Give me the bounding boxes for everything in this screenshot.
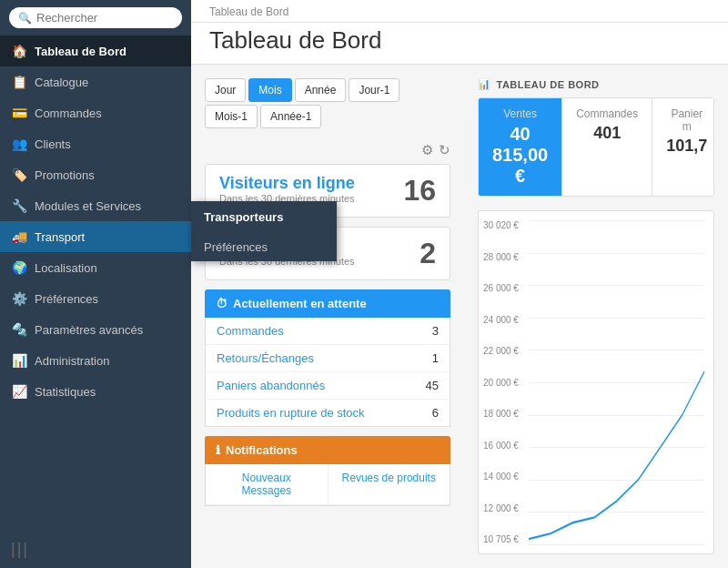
submenu-item-preferences[interactable]: Préférences (191, 233, 337, 261)
notifications-icon: ℹ (216, 443, 220, 457)
notifications-row: Nouveaux Messages Revues de produits (206, 464, 450, 505)
y-label-10: 10 705 € (483, 534, 519, 544)
preferences-icon: ⚙️ (11, 291, 27, 306)
sidebar-item-catalogue[interactable]: 📋 Catalogue (0, 66, 191, 97)
sidebar-label: Tableau de Bord (35, 45, 126, 58)
sidebar-label: Localisation (35, 261, 97, 275)
notif-reviews[interactable]: Revues de produits (329, 464, 450, 504)
sidebar-label: Modules et Services (35, 199, 141, 213)
sidebar-item-modules[interactable]: 🔧 Modules et Services (0, 190, 191, 221)
page-title-bar: Tableau de Bord (191, 23, 728, 65)
sidebar-label: Catalogue (35, 76, 88, 89)
sidebar-label: Promotions (35, 168, 95, 182)
tab-jour-1[interactable]: Jour-1 (349, 78, 399, 102)
tab-mois-1[interactable]: Mois-1 (205, 105, 258, 128)
tableau-bord-label: TABLEAU DE BORD (497, 79, 600, 90)
sidebar-item-preferences[interactable]: ⚙️ Préférences (0, 283, 191, 314)
sidebar-item-statistiques[interactable]: 📈 Statistiques (0, 376, 191, 407)
sidebar-item-promotions[interactable]: 🏷️ Promotions (0, 159, 191, 190)
kpi-commandes-label: Commandes (576, 107, 638, 120)
period-tabs: Jour Mois Année Jour-1 Mois-1 Année-1 (205, 78, 450, 128)
y-label-4: 22 000 € (483, 346, 519, 356)
kpi-panier[interactable]: Panier m 101,7 (652, 98, 714, 196)
chart-svg (529, 220, 704, 544)
footer-icon: ||| (11, 540, 29, 558)
search-input[interactable] (36, 11, 173, 25)
notifications-header: ℹ Notifications (205, 436, 450, 464)
administration-icon: 📊 (11, 353, 27, 368)
sidebar-label: Commandes (35, 106, 102, 120)
chart-area: 30 020 € 28 000 € 26 000 € 24 000 € 22 0… (478, 210, 714, 554)
left-panel: Jour Mois Année Jour-1 Mois-1 Année-1 ⚙ … (191, 65, 464, 568)
sidebar-item-parametres[interactable]: 🔩 Paramètres avancés (0, 314, 191, 345)
sidebar-label: Paramètres avancés (35, 323, 143, 337)
tab-mois[interactable]: Mois (248, 78, 291, 102)
sidebar-label: Préférences (35, 292, 98, 306)
pending-row-retours[interactable]: Retours/Échanges 1 (206, 345, 450, 372)
search-icon: 🔍 (18, 12, 32, 25)
y-label-8: 14 000 € (483, 472, 519, 482)
sidebar-item-transport[interactable]: 🚚 Transport (0, 221, 191, 252)
sidebar-item-administration[interactable]: 📊 Administration (0, 345, 191, 376)
carts-value: 2 (420, 237, 436, 270)
parametres-icon: 🔩 (11, 322, 27, 337)
kpi-row: Ventes 40 815,00 € Commandes 401 Panier … (478, 97, 714, 197)
localisation-icon: 🌍 (11, 260, 27, 275)
chart-icon: 📊 (478, 78, 491, 90)
y-label-6: 18 000 € (483, 409, 519, 419)
pending-header: ⏱ Actuellement en attente (205, 289, 450, 318)
sidebar-item-tableau-de-bord[interactable]: 🏠 Tableau de Bord (0, 36, 191, 66)
y-label-9: 12 000 € (483, 503, 519, 513)
sidebar-item-clients[interactable]: 👥 Clients (0, 128, 191, 159)
sidebar-label: Clients (35, 137, 71, 151)
statistiques-icon: 📈 (11, 384, 27, 399)
visitors-value: 16 (403, 174, 436, 208)
kpi-panier-value: 101,7 (666, 137, 707, 156)
right-panel: 📊 TABLEAU DE BORD Ventes 40 815,00 € Com… (464, 65, 728, 568)
y-label-0: 30 020 € (483, 220, 519, 230)
tab-jour[interactable]: Jour (205, 78, 246, 102)
kpi-ventes-value: 40 815,00 € (492, 124, 548, 187)
refresh-icon[interactable]: ↻ (439, 142, 450, 158)
sidebar-item-commandes[interactable]: 💳 Commandes (0, 97, 191, 128)
notifications-table: Nouveaux Messages Revues de produits (205, 464, 450, 506)
y-label-1: 28 000 € (483, 252, 519, 262)
pending-row-paniers[interactable]: Paniers abandonnés 45 (206, 372, 450, 400)
page-title: Tableau de Bord (209, 26, 710, 55)
transport-submenu: Transporteurs Préférences (191, 201, 337, 261)
sidebar: 🔍 🏠 Tableau de Bord 📋 Catalogue 💳 Comman… (0, 0, 191, 568)
sidebar-label: Statistiques (35, 385, 96, 399)
pending-row-commandes[interactable]: Commandes 3 (206, 318, 450, 345)
y-label-5: 20 000 € (483, 378, 519, 388)
notif-messages[interactable]: Nouveaux Messages (206, 464, 329, 504)
tab-annee[interactable]: Année (295, 78, 347, 102)
catalogue-icon: 📋 (11, 75, 27, 89)
pending-icon: ⏱ (216, 297, 228, 310)
settings-icon[interactable]: ⚙ (421, 142, 433, 158)
content-area: Jour Mois Année Jour-1 Mois-1 Année-1 ⚙ … (191, 65, 728, 568)
search-input-wrap: 🔍 (9, 7, 182, 28)
tableau-bord-header: 📊 TABLEAU DE BORD (478, 78, 714, 90)
sidebar-item-localisation[interactable]: 🌍 Localisation (0, 252, 191, 283)
kpi-panier-label: Panier m (666, 107, 707, 133)
pending-label: Actuellement en attente (233, 297, 367, 310)
y-label-2: 26 000 € (483, 283, 519, 293)
sidebar-label: Transport (35, 230, 85, 244)
clients-icon: 👥 (11, 137, 27, 151)
transport-icon: 🚚 (11, 229, 27, 244)
kpi-ventes[interactable]: Ventes 40 815,00 € (479, 98, 562, 196)
modules-icon: 🔧 (11, 198, 27, 213)
tab-annee-1[interactable]: Année-1 (260, 105, 321, 128)
pending-table: Commandes 3 Retours/Échanges 1 Paniers a… (205, 318, 450, 427)
kpi-commandes[interactable]: Commandes 401 (562, 98, 652, 196)
chart-grid (529, 220, 704, 544)
y-label-7: 16 000 € (483, 441, 519, 451)
pending-row-rupture[interactable]: Produits en rupture de stock 6 (206, 400, 450, 426)
sidebar-footer: ||| (0, 531, 191, 568)
home-icon: 🏠 (11, 44, 27, 58)
visitors-label: Visiteurs en ligne (219, 174, 355, 193)
main-content: Tableau de Bord Tableau de Bord Jour Moi… (191, 0, 728, 568)
promotions-icon: 🏷️ (11, 167, 27, 182)
chart-y-labels: 30 020 € 28 000 € 26 000 € 24 000 € 22 0… (483, 220, 519, 544)
kpi-commandes-value: 401 (576, 124, 638, 143)
